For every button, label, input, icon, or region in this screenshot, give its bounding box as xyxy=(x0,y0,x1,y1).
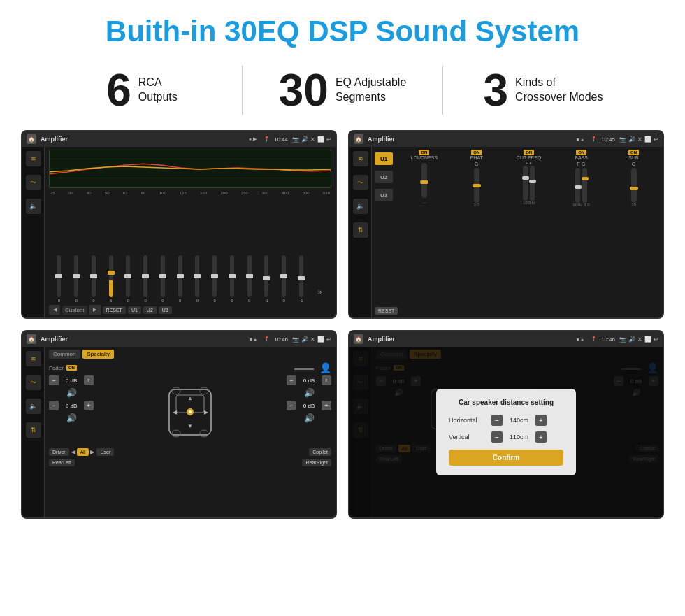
rearright-btn[interactable]: RearRight xyxy=(302,459,331,466)
horizontal-minus-btn[interactable]: − xyxy=(491,415,503,426)
vertical-plus-btn[interactable]: + xyxy=(535,431,547,443)
fader-screen-content: ≋ 〜 🔈 ⇅ Common Specialty Fader ON ▬▬▬▬ 👤 xyxy=(22,347,336,517)
fader-on-badge[interactable]: ON xyxy=(66,365,77,371)
cross-speaker-btn[interactable]: 🔈 xyxy=(353,199,368,214)
eq-slider-14[interactable]: 0 xyxy=(282,255,286,303)
cross-u2-btn[interactable]: U2 xyxy=(375,171,393,183)
phat-label: PHAT xyxy=(470,155,483,160)
eq-prev-btn[interactable]: ◀ xyxy=(49,305,60,315)
freq-320: 320 xyxy=(261,191,268,195)
eq-slider-10[interactable]: 0 xyxy=(212,255,217,303)
back-icon[interactable]: ↩ xyxy=(326,136,331,143)
eq-u2-btn[interactable]: U2 xyxy=(143,306,157,314)
eq-screen-card: 🏠 Amplifier ● ▶ 📍 10:44 📷 🔊 ✕ ⬜ ↩ ≋ 〜 🔈 xyxy=(21,130,337,319)
cross-u1-btn[interactable]: U1 xyxy=(375,152,393,165)
cross-title: Amplifier xyxy=(368,136,395,143)
eq-speaker-btn[interactable]: 🔈 xyxy=(26,199,41,214)
eq-more-icon[interactable]: » xyxy=(317,288,324,303)
cross-wave-btn[interactable]: 〜 xyxy=(353,175,368,190)
dist-home-icon[interactable]: 🏠 xyxy=(354,334,363,344)
vol3-minus[interactable]: − xyxy=(287,375,296,385)
fader-home-icon[interactable]: 🏠 xyxy=(27,334,36,344)
loudness-slider[interactable] xyxy=(421,163,427,198)
fader-speaker-btn[interactable]: 🔈 xyxy=(26,399,41,414)
cross-arrows-btn[interactable]: ⇅ xyxy=(353,222,368,238)
speaker-icon-top: 🔊 xyxy=(49,388,94,398)
eq-reset-btn[interactable]: RESET xyxy=(103,306,126,314)
tab-common[interactable]: Common xyxy=(49,350,80,359)
fader-status-bar: 🏠 Amplifier ■ ● 📍 10:46 📷 🔊 ✕ ⬜ ↩ xyxy=(22,331,336,347)
cutfreq-on[interactable]: ON xyxy=(524,150,534,155)
phat-on[interactable]: ON xyxy=(471,150,482,155)
eq-slider-6[interactable]: 0 xyxy=(143,255,147,303)
eq-slider-8[interactable]: 0 xyxy=(178,255,182,303)
vol1-plus[interactable]: + xyxy=(84,375,94,385)
eq-u1-btn[interactable]: U1 xyxy=(128,306,141,314)
dist-pin: 📍 xyxy=(591,336,597,342)
cross-u3-btn[interactable]: U3 xyxy=(375,189,393,201)
vertical-minus-btn[interactable]: − xyxy=(491,431,503,443)
cross-back[interactable]: ↩ xyxy=(654,136,658,143)
bass-slider-2[interactable] xyxy=(582,168,587,203)
vol4-plus[interactable]: + xyxy=(322,401,331,410)
eq-slider-11[interactable]: 0 xyxy=(230,255,234,303)
cross-home-icon[interactable]: 🏠 xyxy=(354,134,363,144)
eq-u3-btn[interactable]: U3 xyxy=(159,306,172,314)
vol1-minus[interactable]: − xyxy=(49,375,59,385)
eq-freq-labels: 25 32 40 50 63 80 100 125 160 200 250 32… xyxy=(49,191,331,195)
fader-bottom-btns-2: RearLeft RearRight xyxy=(49,459,331,466)
eq-slider-13[interactable]: -1 xyxy=(264,255,268,303)
cross-filter-btn[interactable]: ≋ xyxy=(353,151,368,166)
bass-slider-1[interactable] xyxy=(575,168,580,203)
cutfreq-slider-1[interactable] xyxy=(523,166,528,201)
phat-slider[interactable] xyxy=(474,168,480,203)
vol2-minus[interactable]: − xyxy=(49,401,59,410)
vol3-plus[interactable]: + xyxy=(322,375,331,385)
tab-specialty[interactable]: Specialty xyxy=(82,350,113,359)
confirm-button[interactable]: Confirm xyxy=(449,450,563,466)
bass-on[interactable]: ON xyxy=(576,150,586,155)
eq-slider-1[interactable]: 0 xyxy=(57,255,61,303)
eq-slider-4[interactable]: 5 xyxy=(109,255,113,303)
home-icon[interactable]: 🏠 xyxy=(27,134,36,144)
cross-close: ✕ xyxy=(637,136,642,143)
vol2-plus[interactable]: + xyxy=(84,401,94,410)
svg-text:▲: ▲ xyxy=(187,395,193,401)
fader-wave-btn[interactable]: 〜 xyxy=(26,375,41,390)
eq-slider-12[interactable]: 0 xyxy=(247,255,252,303)
eq-filter-btn[interactable]: ≋ xyxy=(26,151,41,166)
eq-slider-2[interactable]: 0 xyxy=(74,255,78,303)
eq-wave-btn[interactable]: 〜 xyxy=(26,175,41,190)
loudness-on[interactable]: ON xyxy=(419,150,429,155)
fader-back[interactable]: ↩ xyxy=(326,336,331,343)
user-btn[interactable]: User xyxy=(96,448,114,456)
cross-reset-btn[interactable]: RESET xyxy=(375,307,398,315)
cutfreq-slider-2[interactable] xyxy=(530,166,535,201)
horizontal-plus-btn[interactable]: + xyxy=(535,415,547,426)
sub-on[interactable]: ON xyxy=(628,150,639,155)
eq-slider-9[interactable]: 0 xyxy=(195,255,199,303)
cross-content: U1 U2 U3 RESET ON LOUDNESS — xyxy=(372,147,663,317)
fader-filter-btn[interactable]: ≋ xyxy=(26,351,41,366)
cutfreq-fl: F F xyxy=(526,161,532,165)
driver-btn[interactable]: Driver xyxy=(49,448,69,456)
fader-title: Amplifier xyxy=(41,336,68,343)
dist-back[interactable]: ↩ xyxy=(654,336,658,343)
fader-label-row: Fader ON ▬▬▬▬ 👤 xyxy=(49,362,331,373)
eq-next-btn[interactable]: ▶ xyxy=(89,305,101,315)
fader-slider-bar[interactable]: ▬▬▬▬ xyxy=(294,366,314,371)
rearleft-btn[interactable]: RearLeft xyxy=(49,459,75,466)
copilot-btn[interactable]: Copilot xyxy=(309,448,331,456)
vol4-minus[interactable]: − xyxy=(287,401,296,410)
eq-slider-7[interactable]: 0 xyxy=(161,255,165,303)
all-btn[interactable]: All xyxy=(77,448,89,456)
svg-text:▶: ▶ xyxy=(204,409,209,415)
eq-slider-5[interactable]: 0 xyxy=(126,255,130,303)
stat-crossover-label: Kinds ofCrossover Modes xyxy=(515,76,603,105)
dist-status-icons: 📷 🔊 ✕ ⬜ ↩ xyxy=(619,336,658,343)
sub-slider[interactable] xyxy=(631,168,637,203)
eq-slider-15[interactable]: -1 xyxy=(299,255,303,303)
fader-arrows-btn[interactable]: ⇅ xyxy=(26,422,41,438)
eq-slider-3[interactable]: 0 xyxy=(92,255,96,303)
vol-row-1: − 0 dB + xyxy=(49,375,94,385)
